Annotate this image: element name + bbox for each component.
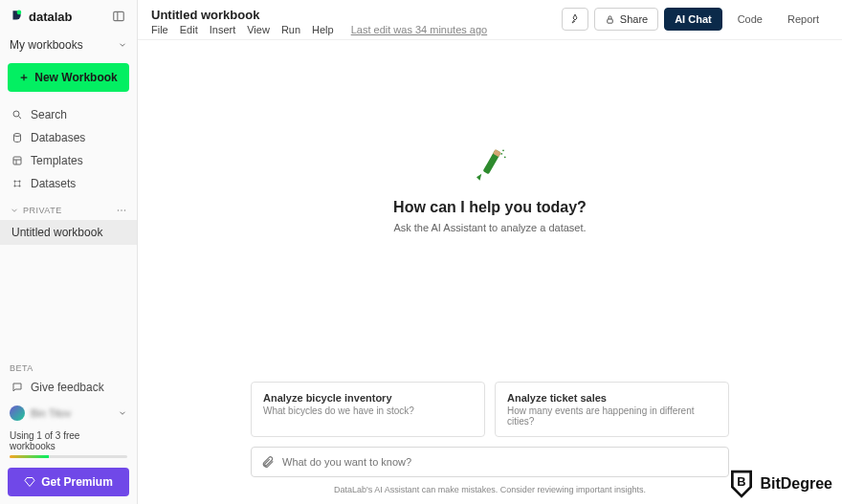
svg-rect-1	[114, 11, 124, 20]
watermark-badge: B BitDegree	[729, 470, 832, 498]
chevron-down-icon	[118, 408, 127, 418]
menubar: File Edit Insert View Run Help Last edit…	[151, 24, 487, 35]
usage-text: Using 1 of 3 free workbooks	[0, 427, 137, 462]
disclaimer: DataLab's AI Assistant can make mistakes…	[334, 485, 646, 494]
svg-text:B: B	[738, 474, 746, 489]
svg-rect-16	[608, 19, 613, 23]
topbar: Untitled workbook File Edit Insert View …	[138, 0, 842, 40]
attach-icon[interactable]	[261, 455, 275, 469]
svg-point-3	[13, 111, 19, 117]
svg-point-21	[504, 156, 506, 158]
usage-bar	[10, 455, 127, 458]
sidebar-header: datalab	[0, 0, 137, 33]
menu-file[interactable]: File	[151, 24, 168, 35]
menu-edit[interactable]: Edit	[180, 24, 198, 35]
svg-marker-19	[476, 174, 481, 181]
svg-point-20	[500, 153, 502, 155]
menu-run[interactable]: Run	[281, 24, 300, 35]
svg-point-0	[17, 11, 22, 15]
hero-title: How can I help you today?	[393, 199, 587, 216]
code-button[interactable]: Code	[728, 9, 772, 30]
sidebar: datalab My workbooks New Workbook Search…	[0, 0, 138, 504]
workbook-selector[interactable]: My workbooks	[0, 33, 137, 57]
diamond-icon	[24, 476, 35, 488]
svg-point-14	[121, 209, 122, 211]
rocket-icon	[569, 13, 581, 25]
shield-icon: B	[729, 470, 754, 498]
brand-text: datalab	[29, 10, 73, 24]
menu-insert[interactable]: Insert	[210, 24, 236, 35]
chevron-down-icon	[10, 206, 19, 215]
workbook-selector-label: My workbooks	[10, 38, 83, 52]
plus-icon	[19, 73, 29, 82]
sidebar-collapse-button[interactable]	[110, 8, 127, 25]
user-menu[interactable]: Bin Titov	[0, 400, 137, 427]
section-toggle[interactable]: PRIVATE	[10, 206, 62, 215]
report-button[interactable]: Report	[778, 9, 829, 30]
give-feedback[interactable]: Give feedback	[0, 375, 137, 400]
content: How can I help you today? Ask the AI Ass…	[138, 40, 842, 504]
svg-point-5	[14, 134, 21, 137]
svg-line-4	[19, 117, 22, 120]
logo[interactable]: datalab	[10, 10, 73, 24]
section-private-header: PRIVATE	[0, 201, 137, 220]
nav-databases[interactable]: Databases	[0, 126, 137, 149]
last-edit-link[interactable]: Last edit was 34 minutes ago	[351, 24, 487, 35]
new-workbook-button[interactable]: New Workbook	[8, 63, 129, 92]
svg-rect-6	[13, 157, 21, 164]
svg-point-22	[502, 149, 504, 151]
chat-input-row	[251, 447, 729, 477]
nav-search[interactable]: Search	[0, 103, 137, 126]
nav-list: Search Databases Templates Datasets	[0, 98, 137, 201]
menu-view[interactable]: View	[247, 24, 270, 35]
run-button[interactable]	[562, 8, 588, 31]
lock-icon	[605, 14, 615, 25]
dataset-icon	[11, 178, 23, 189]
more-icon[interactable]	[116, 205, 127, 216]
main: Untitled workbook File Edit Insert View …	[138, 0, 842, 504]
hero-subtitle: Ask the AI Assistant to analyze a datase…	[393, 222, 586, 233]
chat-icon	[11, 382, 23, 393]
user-name: Bin Titov	[31, 407, 71, 419]
svg-point-15	[124, 209, 126, 211]
menu-help[interactable]: Help	[312, 24, 334, 35]
suggestion-card[interactable]: Analyze ticket sales How many events are…	[495, 382, 729, 437]
nav-datasets[interactable]: Datasets	[0, 172, 137, 195]
suggestion-card[interactable]: Analyze bicycle inventory What bicycles …	[251, 382, 485, 437]
avatar	[10, 405, 25, 421]
pencil-icon	[470, 145, 510, 186]
search-icon	[11, 109, 23, 121]
nav-templates[interactable]: Templates	[0, 149, 137, 172]
hero: How can I help you today? Ask the AI Ass…	[393, 145, 587, 233]
new-workbook-label: New Workbook	[34, 71, 117, 84]
workbook-item[interactable]: Untitled workbook	[0, 220, 137, 245]
share-button[interactable]: Share	[594, 8, 658, 31]
workbook-title[interactable]: Untitled workbook	[151, 8, 487, 22]
get-premium-button[interactable]: Get Premium	[8, 468, 129, 496]
database-icon	[11, 132, 23, 143]
suggestions: Analyze bicycle inventory What bicycles …	[251, 382, 729, 437]
topbar-actions: Share AI Chat Code Report	[562, 8, 829, 31]
panel-icon	[112, 10, 125, 23]
ai-chat-button[interactable]: AI Chat	[664, 8, 722, 31]
template-icon	[11, 155, 23, 166]
chat-input[interactable]	[282, 456, 719, 468]
chevron-down-icon	[118, 40, 127, 50]
logo-icon	[10, 10, 23, 23]
svg-point-13	[118, 209, 120, 211]
beta-label: BETA	[0, 362, 137, 375]
